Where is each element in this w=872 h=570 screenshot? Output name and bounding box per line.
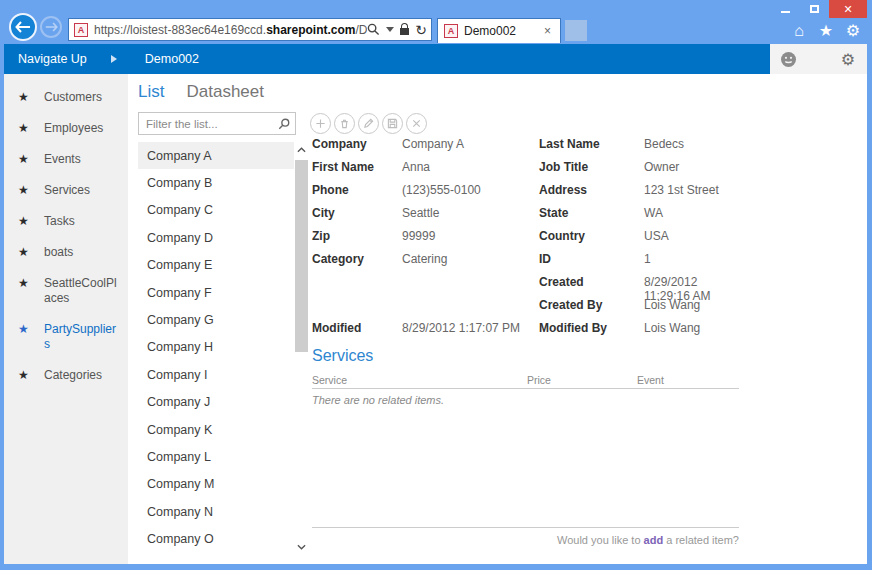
cancel-record-button[interactable]: [406, 113, 427, 134]
close-button[interactable]: ✕: [829, 0, 867, 18]
minimize-button[interactable]: [771, 0, 800, 18]
suite-bar: Navigate Up Demo002: [4, 44, 770, 74]
list-item[interactable]: Company H: [138, 334, 294, 361]
add-record-button[interactable]: [310, 113, 331, 134]
filter-search-icon[interactable]: [278, 118, 290, 130]
field-value: 8/29/2012 1:17:07 PM: [402, 321, 539, 335]
app-title: Demo002: [145, 52, 199, 66]
field-label: Phone: [312, 183, 402, 197]
add-related-link[interactable]: add: [644, 534, 664, 546]
sidebar-item-tasks[interactable]: ★Tasks: [4, 206, 128, 237]
forward-button[interactable]: [40, 16, 62, 38]
new-tab-button[interactable]: [565, 20, 587, 41]
tab-close-icon[interactable]: ×: [541, 24, 554, 38]
search-icon[interactable]: [367, 23, 380, 36]
sidebar-item-seattlecoolplaces[interactable]: ★SeattleCoolPlaces: [4, 268, 128, 314]
window-caption-buttons: ✕: [771, 0, 867, 18]
list-item[interactable]: Company A: [138, 142, 294, 169]
access-favicon: A: [74, 23, 88, 37]
star-icon: ★: [18, 245, 44, 260]
table-selector-sidebar: ★Customers★Employees★Events★Services★Tas…: [4, 74, 128, 564]
star-icon: ★: [18, 152, 44, 167]
address-bar[interactable]: A https://loistest-883ec64e169ccd.sharep…: [68, 18, 432, 41]
field-label: Created: [539, 275, 644, 289]
maximize-button[interactable]: [800, 0, 829, 18]
filter-input[interactable]: [146, 118, 278, 130]
list-item[interactable]: Company J: [138, 389, 294, 416]
list-item[interactable]: Company D: [138, 224, 294, 251]
view-area: List Datasheet Company ACompany BCompany…: [128, 74, 867, 564]
record-detail: CompanyCompany ALast NameBedecsFirst Nam…: [312, 137, 740, 344]
sidebar-item-employees[interactable]: ★Employees: [4, 113, 128, 144]
list-item[interactable]: Company F: [138, 279, 294, 306]
field-label: Modified: [312, 321, 402, 335]
filter-box: [138, 112, 296, 135]
record-action-bar: [310, 113, 427, 134]
list-item[interactable]: Company M: [138, 471, 294, 498]
related-items-empty-text: There are no related items.: [312, 394, 444, 406]
edit-record-button[interactable]: [358, 113, 379, 134]
field-label: Modified By: [539, 321, 644, 335]
home-icon[interactable]: ⌂: [790, 21, 808, 41]
field-value: Owner: [644, 160, 740, 174]
list-item[interactable]: Company I: [138, 361, 294, 388]
related-items-divider: [312, 388, 739, 389]
sidebar-item-customers[interactable]: ★Customers: [4, 82, 128, 113]
url-text[interactable]: https://loistest-883ec64e169ccd.sharepoi…: [94, 23, 367, 37]
related-items-bottom-divider: [312, 527, 739, 528]
sidebar-item-boats[interactable]: ★boats: [4, 237, 128, 268]
field-label: State: [539, 206, 644, 220]
sidebar-item-categories[interactable]: ★Categories: [4, 360, 128, 391]
feedback-smiley-icon[interactable]: [780, 51, 797, 68]
field-label: First Name: [312, 160, 402, 174]
list-item[interactable]: Company L: [138, 443, 294, 470]
floppy-save-icon: [387, 118, 398, 129]
settings-gear-icon[interactable]: ⚙: [841, 50, 855, 69]
list-item[interactable]: Company G: [138, 306, 294, 333]
sidebar-item-label: SeattleCoolPlaces: [44, 276, 122, 306]
sidebar-item-partysuppliers[interactable]: ★PartySuppliers: [4, 314, 128, 360]
field-label: ID: [539, 252, 644, 266]
list-item[interactable]: Company B: [138, 169, 294, 196]
record-list-scrollbar[interactable]: [294, 142, 309, 554]
field-label: Last Name: [539, 137, 644, 151]
tab-datasheet[interactable]: Datasheet: [186, 82, 264, 102]
back-button[interactable]: [9, 13, 37, 41]
delete-record-button[interactable]: [334, 113, 355, 134]
favorites-star-icon[interactable]: ★: [817, 21, 835, 41]
scroll-down-icon[interactable]: [294, 539, 309, 554]
field-value: 1: [644, 252, 740, 266]
tab-favicon: A: [444, 24, 458, 38]
sidebar-item-label: Services: [44, 183, 90, 198]
field-label: Zip: [312, 229, 402, 243]
address-dropdown-icon[interactable]: [386, 27, 394, 32]
field-value: Catering: [402, 252, 539, 266]
field-label: Country: [539, 229, 644, 243]
forward-arrow-icon: [45, 22, 58, 32]
field-label: Created By: [539, 298, 644, 312]
sidebar-item-events[interactable]: ★Events: [4, 144, 128, 175]
list-item[interactable]: Company K: [138, 416, 294, 443]
sidebar-item-label: boats: [44, 245, 73, 260]
tools-gear-icon[interactable]: ⚙: [844, 21, 862, 41]
column-header-event: Event: [637, 374, 664, 386]
field-value: Lois Wang: [644, 298, 740, 312]
sidebar-item-label: Events: [44, 152, 81, 167]
pencil-icon: [363, 118, 374, 129]
list-item[interactable]: Company N: [138, 498, 294, 525]
browser-tab[interactable]: A Demo002 ×: [437, 18, 561, 43]
scrollbar-thumb[interactable]: [295, 160, 308, 352]
scroll-up-icon[interactable]: [294, 142, 309, 157]
field-value: Company A: [402, 137, 539, 151]
list-item[interactable]: Company E: [138, 252, 294, 279]
tab-list[interactable]: List: [138, 82, 164, 102]
field-value: WA: [644, 206, 740, 220]
navigate-up-link[interactable]: Navigate Up: [18, 52, 87, 66]
save-record-button[interactable]: [382, 113, 403, 134]
field-value: 123 1st Street: [644, 183, 740, 197]
list-item[interactable]: Company C: [138, 197, 294, 224]
refresh-icon[interactable]: ↻: [415, 23, 427, 37]
sidebar-item-services[interactable]: ★Services: [4, 175, 128, 206]
list-item[interactable]: Company O: [138, 525, 294, 552]
lock-icon: [400, 28, 409, 35]
